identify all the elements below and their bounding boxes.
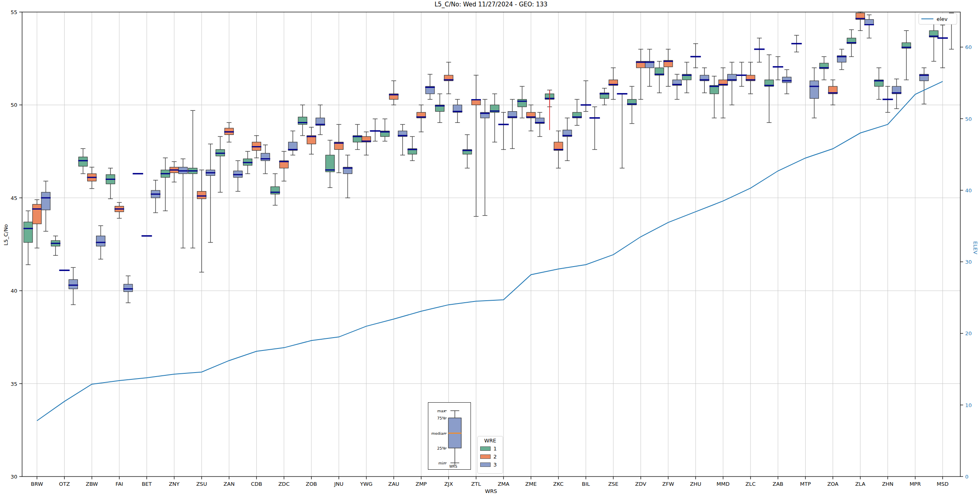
station-label-ZMA: ZMA [498, 481, 509, 487]
wre1-swatch-icon [480, 446, 491, 451]
station-label-ZAB: ZAB [773, 481, 784, 487]
station-label-MTP: MTP [800, 481, 811, 487]
left-tick-label: 45 [10, 195, 17, 201]
inset-label-median: median [431, 431, 446, 436]
station-label-ZMP: ZMP [415, 481, 427, 487]
left-tick-label: 50 [10, 102, 17, 108]
left-tick-label: 35 [10, 381, 17, 387]
station-label-ZDV: ZDV [635, 481, 647, 487]
boxplot-key-diagram [428, 403, 470, 469]
left-tick-label: 55 [10, 9, 17, 15]
station-label-ZHN: ZHN [882, 481, 893, 487]
station-label-JNU: JNU [334, 481, 344, 487]
box-CDB-wre3 [261, 153, 270, 161]
box-ZOB-wre1 [298, 117, 307, 124]
station-label-ZBW: ZBW [86, 481, 98, 487]
left-axis-label: L5_C/No [3, 224, 9, 245]
wre-legend-row-1: 1 [480, 446, 500, 452]
station-label-MMD: MMD [716, 481, 729, 487]
station-label-ZME: ZME [525, 481, 536, 487]
right-tick-label: 60 [965, 44, 972, 50]
box-ZBW-wre3 [96, 236, 105, 246]
station-label-CDB: CDB [251, 481, 262, 487]
box-BRW-wre2 [33, 204, 41, 224]
station-label-ZNY: ZNY [169, 481, 180, 487]
station-label-BIL: BIL [582, 481, 590, 487]
station-label-ZTL: ZTL [471, 481, 481, 487]
right-tick-label: 0 [965, 474, 968, 480]
inset-label-min: min [438, 461, 446, 465]
box-ZBW-wre1 [79, 157, 88, 166]
station-label-ZAN: ZAN [223, 481, 235, 487]
station-label-ZSE: ZSE [608, 481, 618, 487]
station-label-ZHU: ZHU [690, 481, 701, 487]
elev-legend-line-icon [921, 18, 933, 19]
elev-legend-label: elev [937, 16, 947, 22]
station-label-ZSU: ZSU [196, 481, 207, 487]
wre-legend: WRE 1 2 3 [477, 436, 503, 474]
station-label-ZAU: ZAU [388, 481, 399, 487]
left-tick-label: 40 [10, 288, 17, 294]
right-tick-label: 10 [965, 402, 972, 408]
wre3-label: 3 [493, 462, 497, 468]
left-tick-label: 30 [10, 474, 17, 480]
boxplot-key-inset: max 75% median 25% min WRS [428, 402, 471, 470]
wre-legend-title: WRE [480, 438, 500, 444]
wre-legend-row-2: 2 [480, 454, 500, 460]
station-label-OTZ: OTZ [59, 481, 70, 487]
inset-xlabel: WRS [449, 464, 457, 468]
station-label-YWG: YWG [360, 481, 372, 487]
inset-label-max: max [437, 409, 446, 413]
right-tick-label: 30 [965, 259, 972, 265]
box-ZSU-wre2 [197, 191, 206, 199]
right-tick-label: 50 [965, 116, 972, 122]
box-BRW-wre1 [24, 222, 33, 242]
station-label-ZLC: ZLC [745, 481, 755, 487]
station-label-ZDC: ZDC [278, 481, 290, 487]
station-label-BRW: BRW [31, 481, 43, 487]
chart-figure: 5550454035306050403020100BRWOTZZBWFAIBET… [0, 0, 980, 497]
wre-legend-row-3: 3 [480, 462, 500, 468]
box-ZME-wre1 [518, 100, 526, 107]
wre3-swatch-icon [480, 462, 491, 467]
station-label-MPR: MPR [910, 481, 921, 487]
box-BRW-wre3 [41, 192, 50, 210]
box-ZAB-wre3 [782, 77, 791, 83]
box-FAI-wre3 [124, 284, 133, 292]
wre2-swatch-icon [480, 454, 491, 459]
elev-legend: elev [919, 13, 957, 24]
right-tick-label: 40 [965, 187, 972, 194]
station-label-ZOA: ZOA [827, 481, 839, 487]
station-label-MSD: MSD [937, 481, 948, 487]
station-label-ZJX: ZJX [444, 481, 453, 487]
box-ZDC-wre1 [271, 187, 280, 194]
wre1-label: 1 [493, 446, 497, 452]
inset-label-75: 75% [437, 416, 446, 420]
inset-label-25: 25% [437, 446, 446, 450]
right-axis-label: ELEV [972, 241, 978, 255]
station-label-ZKC: ZKC [553, 481, 564, 487]
box-MTP-wre3 [810, 81, 818, 98]
station-label-FAI: FAI [115, 481, 123, 487]
plot-canvas: 5550454035306050403020100BRWOTZZBWFAIBET… [0, 0, 980, 497]
station-label-ZOB: ZOB [306, 481, 317, 487]
right-tick-label: 20 [965, 330, 972, 336]
wre2-label: 2 [493, 454, 497, 460]
x-axis-label: WRS [485, 488, 497, 494]
station-label-ZFW: ZFW [662, 481, 674, 487]
box-JNU-wre1 [325, 155, 334, 172]
chart-title: L5_C/No: Wed 11/27/2024 - GEO: 133 [434, 1, 547, 8]
station-label-ZLA: ZLA [855, 481, 865, 487]
station-label-BET: BET [142, 481, 152, 487]
box-OTZ-wre3 [69, 279, 78, 289]
